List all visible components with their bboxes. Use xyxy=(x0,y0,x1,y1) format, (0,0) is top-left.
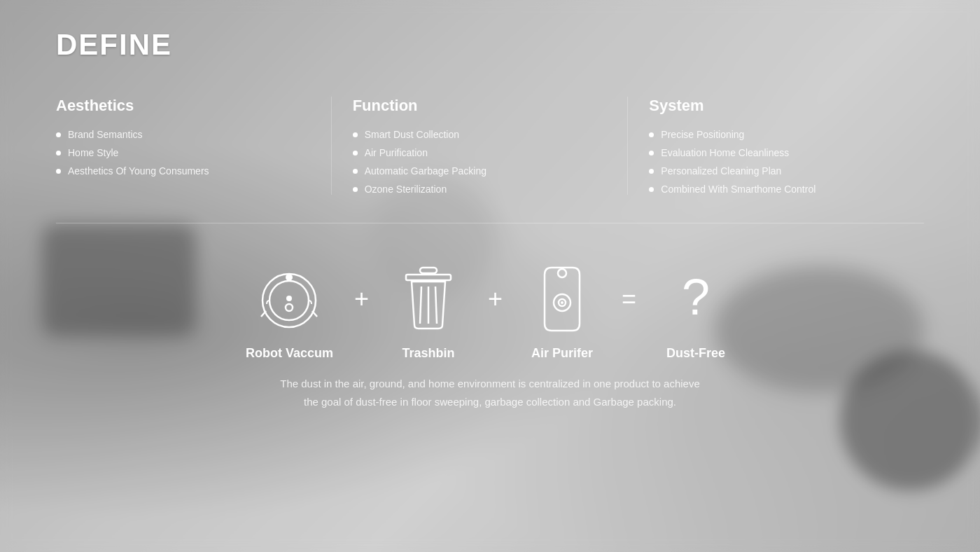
svg-rect-7 xyxy=(420,268,437,273)
bullet-icon xyxy=(353,151,358,156)
operator-1: + xyxy=(354,284,369,314)
categories-section: Aesthetics Brand Semantics Home Style Ae… xyxy=(56,97,924,195)
bullet-icon xyxy=(649,169,654,174)
bullet-icon xyxy=(649,187,654,192)
system-category: System Precise Positioning Evaluation Ho… xyxy=(628,97,924,195)
dust-free-icon: ? xyxy=(657,258,734,336)
function-list: Smart Dust Collection Air Purification A… xyxy=(353,129,607,195)
operator-2: + xyxy=(488,284,503,314)
list-item: Ozone Sterilization xyxy=(353,184,607,195)
list-item: Brand Semantics xyxy=(56,129,310,140)
dust-free-label: Dust-Free xyxy=(666,346,725,361)
function-category: Function Smart Dust Collection Air Purif… xyxy=(332,97,629,195)
svg-point-2 xyxy=(286,274,293,281)
robot-vaccum-item: Robot Vaccum xyxy=(246,258,333,361)
list-item: Smart Dust Collection xyxy=(353,129,607,140)
robot-vaccum-label: Robot Vaccum xyxy=(246,346,333,361)
trashbin-icon xyxy=(390,258,467,336)
question-mark-icon: ? xyxy=(682,272,710,322)
svg-point-12 xyxy=(558,269,566,277)
bullet-icon xyxy=(353,187,358,192)
section-divider xyxy=(56,223,924,223)
bullet-icon xyxy=(56,132,61,137)
svg-line-9 xyxy=(420,287,421,324)
list-item: Combined With Smarthome Control xyxy=(649,184,903,195)
bullet-icon xyxy=(56,169,61,174)
list-item: Evaluation Home Cleanliness xyxy=(649,147,903,158)
aesthetics-title: Aesthetics xyxy=(56,97,310,115)
svg-line-11 xyxy=(435,287,437,324)
icons-row: Robot Vaccum + xyxy=(246,258,734,361)
air-purifier-label: Air Purifer xyxy=(531,346,593,361)
function-title: Function xyxy=(353,97,607,115)
description-text: The dust in the air, ground, and home en… xyxy=(280,375,700,410)
bullet-icon xyxy=(649,151,654,156)
air-purifier-item: Air Purifer xyxy=(524,258,601,361)
bullet-icon xyxy=(353,132,358,137)
bullet-icon xyxy=(56,151,61,156)
aesthetics-category: Aesthetics Brand Semantics Home Style Ae… xyxy=(56,97,332,195)
aesthetics-list: Brand Semantics Home Style Aesthetics Of… xyxy=(56,129,310,177)
air-purifier-icon xyxy=(524,258,601,336)
robot-vaccum-icon xyxy=(251,258,328,336)
list-item: Home Style xyxy=(56,147,310,158)
system-title: System xyxy=(649,97,903,115)
dust-free-item: ? Dust-Free xyxy=(657,258,734,361)
system-list: Precise Positioning Evaluation Home Clea… xyxy=(649,129,903,195)
page-title: DEFINE xyxy=(56,28,924,62)
operator-equals: = xyxy=(622,284,636,314)
list-item: Air Purification xyxy=(353,147,607,158)
bottom-section: Robot Vaccum + xyxy=(56,258,924,410)
trashbin-item: Trashbin xyxy=(390,258,467,361)
list-item: Precise Positioning xyxy=(649,129,903,140)
svg-point-5 xyxy=(286,296,292,301)
svg-point-6 xyxy=(286,304,293,311)
trashbin-label: Trashbin xyxy=(402,346,454,361)
svg-point-15 xyxy=(561,301,564,304)
bullet-icon xyxy=(353,169,358,174)
list-item: Personalized Cleaning Plan xyxy=(649,165,903,177)
list-item: Automatic Garbage Packing xyxy=(353,165,607,177)
list-item: Aesthetics Of Young Consumers xyxy=(56,165,310,177)
svg-rect-8 xyxy=(406,275,451,280)
bullet-icon xyxy=(649,132,654,137)
